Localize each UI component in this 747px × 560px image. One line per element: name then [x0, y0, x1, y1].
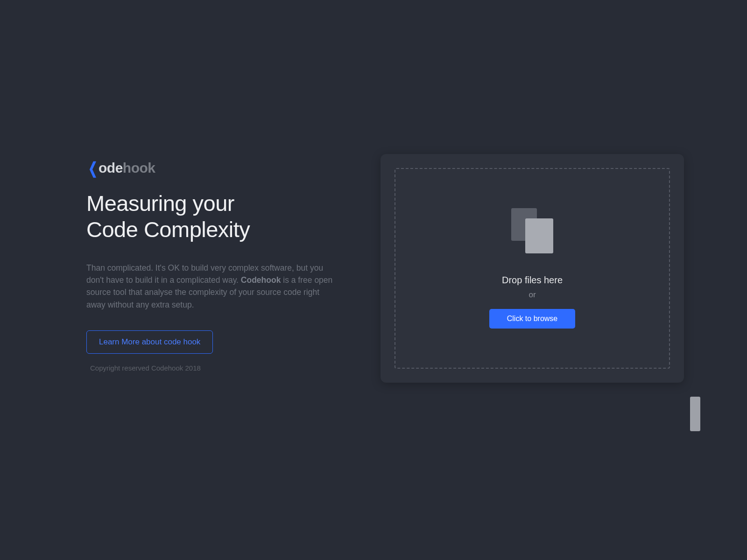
left-panel: ❮ ode hook Measuring your Code Complexit… — [86, 159, 334, 383]
headline-line1: Measuring your — [86, 191, 234, 216]
file-icon-front — [525, 218, 553, 253]
upload-card: Drop files here or Click to browse — [381, 154, 684, 383]
headline-line2: Code Complexity — [86, 217, 250, 242]
learn-more-button[interactable]: Learn More about code hook — [86, 330, 213, 354]
or-label: or — [529, 290, 536, 300]
copyright-text: Copyright reserved Codehook 2018 — [86, 364, 334, 372]
main-container: ❮ ode hook Measuring your Code Complexit… — [0, 0, 747, 383]
chevron-left-icon: ❮ — [88, 159, 98, 177]
page-headline: Measuring your Code Complexity — [86, 190, 334, 243]
logo: ❮ ode hook — [86, 159, 334, 177]
logo-text-part1: ode — [99, 160, 123, 176]
file-dropzone[interactable]: Drop files here or Click to browse — [395, 168, 670, 369]
logo-text-part2: hook — [123, 160, 155, 176]
description-text: Than complicated. It's OK to build very … — [86, 262, 334, 311]
description-bold: Codehook — [241, 275, 281, 285]
browse-button[interactable]: Click to browse — [489, 309, 575, 329]
drop-files-label: Drop files here — [502, 275, 563, 286]
right-panel: Drop files here or Click to browse — [381, 154, 684, 383]
file-stack-icon — [511, 208, 553, 252]
scroll-indicator[interactable] — [690, 397, 700, 431]
